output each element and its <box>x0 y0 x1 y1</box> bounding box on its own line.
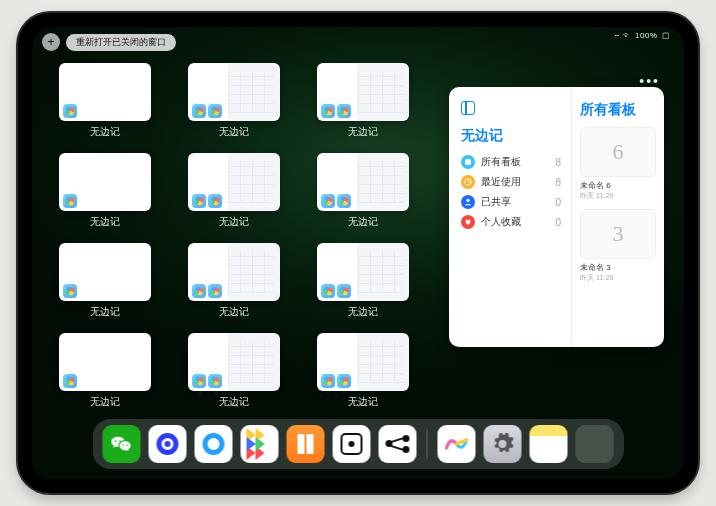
new-window-button[interactable]: + <box>42 33 60 51</box>
sidebar-item-all[interactable]: 所有看板 8 <box>461 155 561 169</box>
app-switcher-grid: 无边记无边记无边记无边记无边记无边记无边记无边记无边记无边记无边记无边记 <box>54 63 414 409</box>
dock-app-dice[interactable] <box>333 425 371 463</box>
app-window-card[interactable]: 无边记 <box>313 243 414 319</box>
board-time: 昨天 11:29 <box>580 273 656 283</box>
ellipsis-icon[interactable]: ••• <box>639 73 660 89</box>
app-window-card[interactable]: 无边记 <box>313 333 414 409</box>
window-label: 无边记 <box>348 305 378 319</box>
dock-app-qqbrowser[interactable] <box>195 425 233 463</box>
freeform-app-icon <box>208 104 222 118</box>
sidebar-item-count: 0 <box>555 217 561 228</box>
window-thumbnail <box>317 243 409 301</box>
board-item[interactable]: 6 未命名 6 昨天 11:29 <box>580 127 656 201</box>
sidebar-item-recent[interactable]: 最近使用 8 <box>461 175 561 189</box>
freeform-app-icon <box>337 104 351 118</box>
freeform-app-icon <box>63 194 77 208</box>
dock-app-folder[interactable] <box>576 425 614 463</box>
freeform-app-icon <box>63 374 77 388</box>
status-bar: ⋯ ᯤ 100% ▢ <box>615 31 670 40</box>
freeform-app-icon <box>321 284 335 298</box>
app-window-card[interactable]: 无边记 <box>313 153 414 229</box>
boards-panel-title: 所有看板 <box>580 101 656 119</box>
dock-app-books[interactable] <box>287 425 325 463</box>
ipad-frame: ⋯ ᯤ 100% ▢ + 重新打开已关闭的窗口 无边记无边记无边记无边记无边记无… <box>18 13 698 493</box>
freeform-app-icon <box>321 104 335 118</box>
freeform-app-icon <box>192 104 206 118</box>
freeform-sidebar: 无边记 所有看板 8 最近使用 8 已共享 0 <box>449 87 572 347</box>
freeform-app-icon <box>63 284 77 298</box>
app-window-card[interactable]: 无边记 <box>54 243 155 319</box>
window-thumbnail <box>59 153 151 211</box>
dock-divider <box>427 429 428 459</box>
window-label: 无边记 <box>90 215 120 229</box>
freeform-app-icon <box>192 194 206 208</box>
app-window-card[interactable]: 无边记 <box>54 153 155 229</box>
battery-icon: ▢ <box>662 31 671 40</box>
freeform-app-icon <box>321 374 335 388</box>
window-label: 无边记 <box>219 305 249 319</box>
freeform-app-icon <box>208 194 222 208</box>
window-label: 无边记 <box>219 215 249 229</box>
dock <box>93 419 624 469</box>
recent-icon <box>461 175 475 189</box>
freeform-app-card[interactable]: ••• 无边记 所有看板 8 最近使用 8 已共享 0 <box>449 87 664 347</box>
freeform-app-icon <box>208 284 222 298</box>
sidebar-item-label: 所有看板 <box>481 155 521 169</box>
app-window-card[interactable]: 无边记 <box>313 63 414 139</box>
reopen-closed-window-button[interactable]: 重新打开已关闭的窗口 <box>66 34 176 51</box>
board-name: 未命名 3 <box>580 262 656 273</box>
board-thumbnail: 3 <box>580 209 656 259</box>
sidebar-title: 无边记 <box>461 127 561 145</box>
sidebar-item-count: 0 <box>555 197 561 208</box>
window-thumbnail <box>188 63 280 121</box>
sidebar-item-count: 8 <box>555 157 561 168</box>
dock-app-settings[interactable] <box>484 425 522 463</box>
sidebar-item-label: 最近使用 <box>481 175 521 189</box>
window-label: 无边记 <box>90 395 120 409</box>
app-window-card[interactable]: 无边记 <box>54 63 155 139</box>
app-window-card[interactable]: 无边记 <box>54 333 155 409</box>
window-thumbnail <box>317 153 409 211</box>
window-thumbnail <box>59 333 151 391</box>
window-label: 无边记 <box>90 125 120 139</box>
window-thumbnail <box>317 63 409 121</box>
window-thumbnail <box>59 243 151 301</box>
dock-app-quark[interactable] <box>149 425 187 463</box>
window-thumbnail <box>188 153 280 211</box>
sidebar-item-count: 8 <box>555 177 561 188</box>
sidebar-toggle-icon[interactable] <box>461 101 475 115</box>
ipad-screen: ⋯ ᯤ 100% ▢ + 重新打开已关闭的窗口 无边记无边记无边记无边记无边记无… <box>32 27 684 479</box>
window-thumbnail <box>59 63 151 121</box>
freeform-app-icon <box>192 374 206 388</box>
dock-app-graph[interactable] <box>379 425 417 463</box>
window-label: 无边记 <box>348 125 378 139</box>
top-pill-bar: + 重新打开已关闭的窗口 <box>42 33 176 51</box>
board-item[interactable]: 3 未命名 3 昨天 11:29 <box>580 209 656 283</box>
dock-app-play[interactable] <box>241 425 279 463</box>
all-boards-icon <box>461 155 475 169</box>
sidebar-item-label: 已共享 <box>481 195 511 209</box>
sidebar-item-shared[interactable]: 已共享 0 <box>461 195 561 209</box>
app-window-card[interactable]: 无边记 <box>183 333 284 409</box>
freeform-app-icon <box>208 374 222 388</box>
app-window-card[interactable]: 无边记 <box>183 63 284 139</box>
board-time: 昨天 11:29 <box>580 191 656 201</box>
window-thumbnail <box>188 243 280 301</box>
window-label: 无边记 <box>90 305 120 319</box>
window-label: 无边记 <box>219 125 249 139</box>
heart-icon <box>461 215 475 229</box>
freeform-app-icon <box>337 284 351 298</box>
sidebar-item-favorites[interactable]: 个人收藏 0 <box>461 215 561 229</box>
dock-app-wechat[interactable] <box>103 425 141 463</box>
app-window-card[interactable]: 无边记 <box>183 243 284 319</box>
window-thumbnail <box>188 333 280 391</box>
board-thumbnail: 6 <box>580 127 656 177</box>
app-window-card[interactable]: 无边记 <box>183 153 284 229</box>
window-label: 无边记 <box>348 395 378 409</box>
dock-app-notes[interactable] <box>530 425 568 463</box>
sidebar-item-label: 个人收藏 <box>481 215 521 229</box>
window-thumbnail <box>317 333 409 391</box>
dock-app-freeform[interactable] <box>438 425 476 463</box>
wifi-icon: ⋯ ᯤ <box>615 31 631 40</box>
svg-point-0 <box>465 159 471 165</box>
